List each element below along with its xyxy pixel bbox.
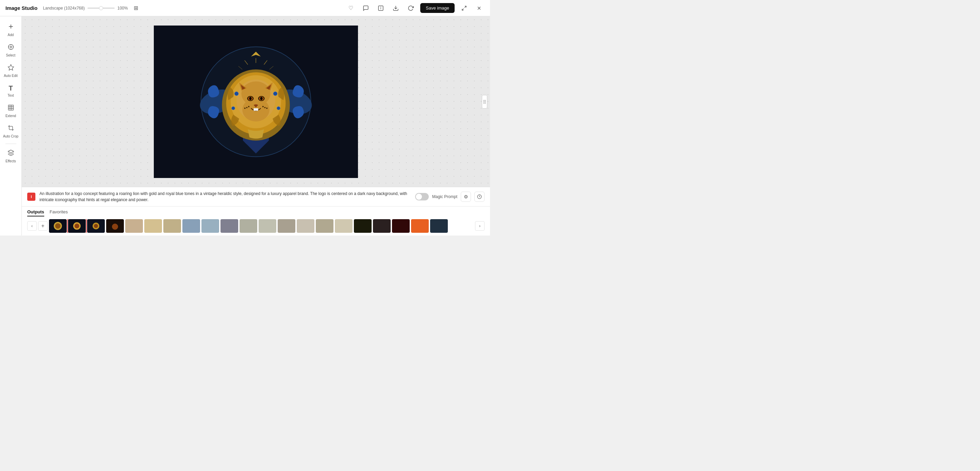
svg-line-5 — [462, 8, 464, 10]
thumbnail-16[interactable] — [335, 219, 353, 233]
svg-point-54 — [277, 107, 280, 110]
settings-button[interactable]: ⚙ — [461, 192, 471, 202]
extend-icon — [8, 104, 14, 113]
expand-button[interactable] — [459, 3, 469, 14]
svg-point-56 — [485, 100, 486, 101]
canvas-image — [154, 25, 358, 178]
sidebar-item-add[interactable]: Add — [2, 21, 21, 40]
prompt-text: An illustration for a logo concept featu… — [40, 191, 411, 203]
svg-point-46 — [247, 107, 248, 108]
sidebar-item-auto-crop[interactable]: Auto Crop — [2, 122, 21, 141]
top-bar: Image Studio Landscape (1024x768) 100% ⊞… — [0, 0, 490, 16]
svg-point-51 — [234, 92, 238, 95]
thumbnail-15[interactable] — [316, 219, 334, 233]
sidebar-item-text[interactable]: T Text — [2, 82, 21, 100]
sidebar-item-text-label: Text — [8, 94, 14, 97]
svg-point-63 — [55, 223, 60, 229]
heart-button[interactable]: ♡ — [345, 3, 356, 14]
thumbnail-13[interactable] — [278, 219, 295, 233]
svg-point-52 — [273, 92, 277, 95]
zoom-value: 100% — [118, 6, 128, 11]
svg-point-42 — [260, 97, 263, 100]
outputs-area: Outputs Favorites ‹ + — [22, 207, 490, 236]
thumbnail-6[interactable] — [144, 219, 162, 233]
tab-favorites[interactable]: Favorites — [50, 209, 68, 216]
thumbnail-4[interactable] — [106, 219, 124, 233]
prompt-icon: I — [27, 193, 35, 201]
svg-point-58 — [485, 101, 486, 102]
tab-outputs[interactable]: Outputs — [27, 209, 44, 216]
add-output-button[interactable]: + — [38, 221, 48, 231]
svg-point-53 — [232, 107, 235, 110]
svg-point-50 — [266, 108, 267, 109]
thumbnail-18[interactable] — [373, 219, 391, 233]
svg-point-67 — [94, 224, 98, 228]
lion-illustration — [191, 37, 321, 166]
magic-prompt-toggle[interactable] — [415, 193, 429, 200]
select-icon — [8, 43, 14, 52]
svg-point-57 — [484, 101, 485, 102]
thumbnail-10[interactable] — [221, 219, 238, 233]
zoom-slider[interactable] — [88, 8, 115, 9]
outputs-tabs: Outputs Favorites — [27, 209, 485, 216]
thumbnail-5[interactable] — [125, 219, 143, 233]
feedback-button[interactable] — [360, 3, 371, 14]
right-panel-handle[interactable] — [482, 95, 487, 108]
fit-screen-button[interactable]: ⊞ — [130, 3, 142, 14]
auto-edit-icon — [8, 64, 14, 73]
bottom-panel: I An illustration for a logo concept fea… — [22, 187, 490, 236]
sidebar-item-auto-edit-label: Auto Edit — [4, 74, 18, 78]
svg-point-49 — [264, 107, 266, 108]
thumbnails-row: ‹ + — [27, 219, 485, 233]
magic-prompt-label: Magic Prompt — [432, 194, 457, 199]
thumbnail-8[interactable] — [182, 219, 200, 233]
svg-line-4 — [465, 6, 466, 8]
effects-icon — [8, 150, 14, 158]
thumbnail-3[interactable] — [87, 219, 105, 233]
svg-point-60 — [485, 102, 486, 103]
svg-rect-17 — [8, 105, 13, 110]
thumbnail-19[interactable] — [392, 219, 410, 233]
next-thumb-button[interactable]: › — [475, 221, 485, 231]
thumbnail-11[interactable] — [240, 219, 257, 233]
svg-point-68 — [112, 224, 118, 230]
thumbnail-20[interactable] — [411, 219, 429, 233]
thumbnail-7[interactable] — [163, 219, 181, 233]
toggle-thumb — [416, 194, 422, 200]
left-sidebar: Add Select Auto Edit T Text Extend — [0, 16, 22, 236]
svg-point-47 — [244, 108, 246, 109]
thumbnail-scroll — [49, 219, 474, 233]
prompt-area: I An illustration for a logo concept fea… — [22, 187, 490, 207]
auto-crop-icon — [8, 124, 14, 133]
svg-point-65 — [75, 224, 79, 228]
thumbnail-1[interactable] — [49, 219, 67, 233]
svg-point-48 — [262, 106, 264, 107]
sidebar-item-auto-edit[interactable]: Auto Edit — [2, 61, 21, 80]
thumbnail-9[interactable] — [202, 219, 219, 233]
svg-point-59 — [484, 102, 485, 103]
canvas-area — [22, 16, 490, 187]
sidebar-item-extend[interactable]: Extend — [2, 102, 21, 121]
sidebar-item-auto-crop-label: Auto Crop — [3, 134, 18, 138]
add-icon — [8, 23, 14, 32]
thumbnail-2[interactable] — [68, 219, 86, 233]
svg-rect-43 — [253, 108, 256, 111]
svg-point-41 — [249, 97, 252, 100]
canvas-format: Landscape (1024x768) — [43, 6, 85, 11]
refresh-button[interactable] — [405, 3, 416, 14]
prev-thumb-button[interactable]: ‹ — [27, 221, 37, 231]
sidebar-item-select[interactable]: Select — [2, 41, 21, 60]
svg-rect-44 — [256, 108, 258, 111]
thumbnail-14[interactable] — [297, 219, 314, 233]
svg-point-11 — [10, 46, 11, 48]
info-button[interactable] — [375, 3, 386, 14]
thumbnail-21[interactable] — [430, 219, 448, 233]
sidebar-item-effects[interactable]: Effects — [2, 147, 21, 166]
history-button[interactable] — [474, 192, 485, 202]
thumbnail-12[interactable] — [259, 219, 276, 233]
close-button[interactable] — [474, 3, 485, 14]
save-image-button[interactable]: Save image — [420, 3, 455, 13]
thumbnail-17[interactable] — [354, 219, 372, 233]
sidebar-item-select-label: Select — [6, 53, 16, 57]
download-button[interactable] — [390, 3, 401, 14]
